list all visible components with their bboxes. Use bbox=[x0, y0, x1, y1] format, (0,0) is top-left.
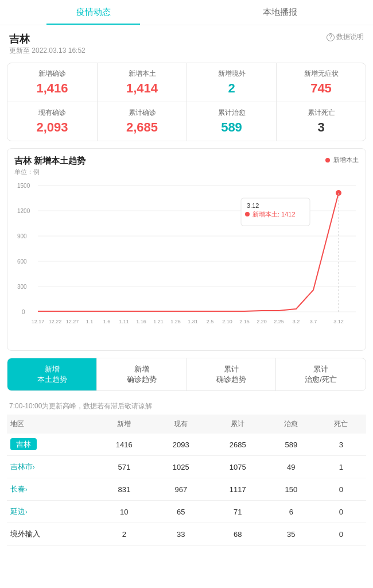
table-row: 长春›83196711171500 bbox=[7, 478, 366, 501]
update-time: 更新至 2022.03.13 16:52 bbox=[9, 46, 86, 56]
legend-label: 新增本土 bbox=[333, 156, 359, 164]
table-cell-siwang: 0 bbox=[316, 523, 366, 546]
th-xinzeng: 新增 bbox=[96, 415, 153, 434]
svg-text:1500: 1500 bbox=[17, 183, 30, 189]
th-zhiyu: 治愈 bbox=[266, 415, 316, 434]
table-cell-xianyou: 967 bbox=[153, 478, 209, 501]
stat-leiji-zhiyu: 累计治愈 589 bbox=[187, 102, 276, 141]
region-link[interactable]: 延边› bbox=[10, 507, 28, 516]
table-cell-xinzeng: 10 bbox=[96, 501, 153, 523]
table-cell-xianyou: 65 bbox=[153, 501, 209, 523]
th-region: 地区 bbox=[7, 415, 96, 434]
stats-row-1: 新增确诊 1,416 新增本土 1,414 新增境外 2 新增无症状 745 bbox=[7, 63, 366, 102]
svg-text:新增本土: 1412: 新增本土: 1412 bbox=[252, 211, 296, 218]
table-cell-xianyou: 33 bbox=[153, 523, 209, 546]
svg-point-32 bbox=[245, 212, 250, 216]
svg-text:0: 0 bbox=[22, 309, 25, 315]
table-cell-region[interactable]: 长春› bbox=[7, 478, 96, 501]
table-cell-region: 境外输入 bbox=[7, 523, 96, 546]
svg-text:300: 300 bbox=[17, 284, 27, 290]
table-cell-region: 吉林 bbox=[7, 434, 96, 456]
svg-text:600: 600 bbox=[17, 258, 27, 265]
region-badge: 吉林 bbox=[10, 438, 37, 450]
table-header: 地区 新增 现有 累计 治愈 死亡 bbox=[7, 415, 366, 434]
svg-text:1200: 1200 bbox=[17, 208, 30, 214]
svg-text:900: 900 bbox=[17, 233, 27, 239]
table-row: 境外输入23368350 bbox=[7, 523, 366, 546]
tab-nav: 疫情动态 本地播报 bbox=[0, 0, 373, 25]
table-cell-region[interactable]: 吉林市› bbox=[7, 456, 96, 478]
stat-leiji-quezhen: 累计确诊 2,685 bbox=[97, 102, 187, 141]
table-cell-leiji: 1075 bbox=[209, 456, 266, 478]
svg-text:2.5: 2.5 bbox=[207, 319, 214, 324]
svg-text:1.26: 1.26 bbox=[170, 319, 181, 324]
svg-text:2.20: 2.20 bbox=[257, 319, 267, 324]
table-cell-xinzeng: 831 bbox=[96, 478, 153, 501]
table-cell-zhiyu: 49 bbox=[266, 456, 316, 478]
table-cell-leiji: 71 bbox=[209, 501, 266, 523]
stats-row-2: 现有确诊 2,093 累计确诊 2,685 累计治愈 589 累计死亡 3 bbox=[7, 102, 366, 141]
table-cell-leiji: 2685 bbox=[209, 434, 266, 456]
tab-local[interactable]: 本地播报 bbox=[187, 0, 373, 25]
svg-text:2.25: 2.25 bbox=[274, 319, 284, 324]
stat-xinzeng-jingwai: 新增境外 2 bbox=[187, 63, 276, 102]
region-title: 吉林 bbox=[9, 32, 86, 46]
stat-xinzeng-buntu: 新增本土 1,414 bbox=[97, 63, 187, 102]
svg-text:1.11: 1.11 bbox=[119, 319, 129, 324]
svg-text:3.12: 3.12 bbox=[247, 202, 259, 209]
trend-btn-recovery-death[interactable]: 累计 治愈/死亡 bbox=[276, 358, 366, 390]
table-cell-leiji: 68 bbox=[209, 523, 266, 546]
table-row: 延边›10657160 bbox=[7, 501, 366, 523]
table-cell-siwang: 0 bbox=[316, 478, 366, 501]
tab-epidemic[interactable]: 疫情动态 bbox=[0, 0, 187, 25]
table-cell-xinzeng: 571 bbox=[96, 456, 153, 478]
th-xianyou: 现有 bbox=[153, 415, 209, 434]
table-cell-siwang: 1 bbox=[316, 456, 366, 478]
chart-section: 吉林 新增本土趋势 单位：例 新增本土 1500 1200 900 600 30… bbox=[7, 148, 366, 351]
trend-btn-confirmed[interactable]: 新增 确诊趋势 bbox=[97, 358, 187, 390]
region-link[interactable]: 长春› bbox=[10, 485, 28, 493]
table-row: 吉林1416209326855893 bbox=[7, 434, 366, 456]
table-cell-region[interactable]: 延边› bbox=[7, 501, 96, 523]
trend-btn-local[interactable]: 新增 本土趋势 bbox=[7, 358, 97, 390]
table-cell-siwang: 3 bbox=[316, 434, 366, 456]
chart-unit: 单位：例 bbox=[14, 168, 86, 176]
table-cell-zhiyu: 150 bbox=[266, 478, 316, 501]
stat-xinzeng-wuzhengzhuang: 新增无症状 745 bbox=[276, 63, 366, 102]
chart-container: 1500 1200 900 600 300 0 12.17 12.22 12.2… bbox=[14, 181, 359, 343]
svg-text:2.10: 2.10 bbox=[222, 319, 232, 324]
svg-text:1.6: 1.6 bbox=[103, 319, 111, 324]
table-body: 吉林1416209326855893吉林市›57110251075491长春›8… bbox=[7, 434, 366, 546]
table-cell-xinzeng: 2 bbox=[96, 523, 153, 546]
table-cell-leiji: 1117 bbox=[209, 478, 266, 501]
legend-dot bbox=[325, 158, 330, 163]
data-table: 地区 新增 现有 累计 治愈 死亡 吉林1416209326855893吉林市›… bbox=[7, 415, 366, 546]
table-row: 吉林市›57110251075491 bbox=[7, 456, 366, 478]
stat-leiji-siwang: 累计死亡 3 bbox=[276, 102, 366, 141]
svg-text:1.21: 1.21 bbox=[153, 319, 164, 324]
trend-btn-total-confirmed[interactable]: 累计 确诊趋势 bbox=[187, 358, 276, 390]
table-cell-xianyou: 1025 bbox=[153, 456, 209, 478]
table-cell-xianyou: 2093 bbox=[153, 434, 209, 456]
header-right: ? 数据说明 bbox=[327, 32, 364, 42]
chart-title: 吉林 新增本土趋势 bbox=[14, 156, 86, 167]
svg-text:3.7: 3.7 bbox=[310, 319, 317, 324]
svg-text:12.27: 12.27 bbox=[66, 319, 79, 324]
svg-text:1.1: 1.1 bbox=[86, 319, 94, 324]
data-explain-button[interactable]: ? 数据说明 bbox=[327, 32, 364, 42]
question-icon: ? bbox=[327, 33, 335, 41]
region-link[interactable]: 吉林市› bbox=[10, 462, 35, 471]
th-siwang: 死亡 bbox=[316, 415, 366, 434]
svg-text:3.2: 3.2 bbox=[293, 319, 300, 324]
svg-text:12.22: 12.22 bbox=[49, 319, 62, 324]
chart-svg: 1500 1200 900 600 300 0 12.17 12.22 12.2… bbox=[14, 181, 359, 342]
table-cell-zhiyu: 589 bbox=[266, 434, 316, 456]
stat-xianyou-quezhen: 现有确诊 2,093 bbox=[7, 102, 97, 141]
header-left: 吉林 更新至 2022.03.13 16:52 bbox=[9, 32, 86, 56]
svg-text:2.15: 2.15 bbox=[239, 319, 250, 324]
stats-card: 新增确诊 1,416 新增本土 1,414 新增境外 2 新增无症状 745 现… bbox=[7, 63, 366, 141]
svg-text:1.31: 1.31 bbox=[188, 319, 198, 324]
svg-text:1.16: 1.16 bbox=[136, 319, 146, 324]
trend-buttons: 新增 本土趋势 新增 确诊趋势 累计 确诊趋势 累计 治愈/死亡 bbox=[7, 358, 366, 391]
th-leiji: 累计 bbox=[209, 415, 266, 434]
